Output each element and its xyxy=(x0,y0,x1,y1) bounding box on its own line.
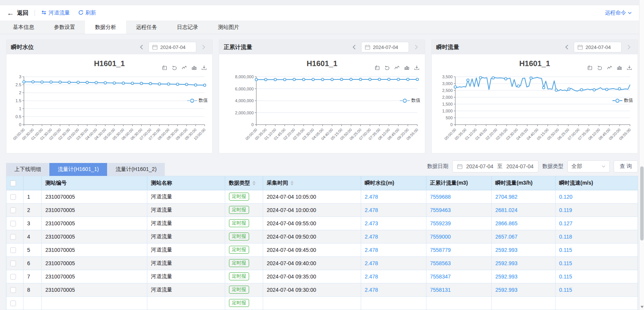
next-day-button[interactable] xyxy=(199,42,208,52)
download-icon[interactable] xyxy=(627,65,632,71)
page-scrollbar[interactable] xyxy=(639,0,644,310)
table-tab-2[interactable]: 流量计(H1601_2) xyxy=(107,163,165,176)
flow-speed-value[interactable] xyxy=(555,296,638,310)
line-chart-icon[interactable] xyxy=(182,65,187,71)
row-checkbox[interactable] xyxy=(10,234,16,240)
scrollbar-thumb[interactable] xyxy=(640,166,644,240)
flow-speed-value[interactable]: 0.115 xyxy=(555,270,638,283)
tab-2[interactable]: 数据分析 xyxy=(85,21,126,34)
table-tab-0[interactable]: 上下线明细 xyxy=(6,163,49,176)
bar-chart-icon[interactable] xyxy=(617,65,622,71)
row-index: 5 xyxy=(23,243,41,256)
instant-flow-value[interactable]: 2681.024 xyxy=(491,203,555,217)
water-level-value[interactable]: 2.478 xyxy=(361,203,426,217)
row-checkbox[interactable] xyxy=(10,207,16,213)
tab-1[interactable]: 参数设置 xyxy=(44,21,85,34)
back-button[interactable]: ← 返回 xyxy=(7,9,28,17)
date-picker[interactable]: 2024-07-04 xyxy=(361,42,409,52)
cumulative-flow-value[interactable]: 7558347 xyxy=(426,270,491,283)
cumulative-flow-value[interactable]: 7559463 xyxy=(426,203,491,217)
restore-icon[interactable] xyxy=(597,65,603,71)
flow-speed-value[interactable]: 0.120 xyxy=(555,190,638,203)
date-from-value: 2024-07-04 xyxy=(466,163,494,169)
row-checkbox[interactable] xyxy=(10,274,16,280)
sort-icon[interactable] xyxy=(290,181,294,185)
water-level-value[interactable]: 2.478 xyxy=(361,243,426,256)
data-type-select[interactable]: 全部 xyxy=(567,160,610,172)
bar-chart-icon[interactable] xyxy=(191,65,197,71)
instant-flow-value[interactable]: 2592.993 xyxy=(491,256,555,270)
flow-speed-value[interactable]: 0.119 xyxy=(555,203,638,217)
line-chart-icon[interactable] xyxy=(394,65,400,71)
query-button[interactable]: 查 询 xyxy=(614,160,638,172)
flow-speed-value[interactable]: 0.118 xyxy=(555,230,638,243)
prev-day-button[interactable] xyxy=(137,42,145,52)
cumulative-flow-value[interactable]: 7559239 xyxy=(426,217,491,230)
entity-link[interactable]: 河道流量 xyxy=(41,9,70,16)
water-level-value[interactable]: 2.478 xyxy=(361,256,426,270)
row-checkbox[interactable] xyxy=(10,221,16,226)
tab-3[interactable]: 远程任务 xyxy=(126,21,167,34)
cumulative-flow-value[interactable]: 7558563 xyxy=(426,256,491,270)
download-icon[interactable] xyxy=(414,65,420,71)
instant-flow-value[interactable]: 2592.993 xyxy=(491,283,555,296)
next-day-button[interactable] xyxy=(625,42,633,52)
flow-speed-value[interactable]: 0.115 xyxy=(555,243,638,256)
remote-command-dropdown[interactable]: 远程命令 xyxy=(605,9,637,16)
restore-icon[interactable] xyxy=(172,65,177,71)
tab-5[interactable]: 测站图片 xyxy=(208,21,249,34)
refresh-button[interactable]: 刷新 xyxy=(78,9,96,16)
restore-icon[interactable] xyxy=(384,65,390,71)
bar-chart-icon[interactable] xyxy=(404,65,410,71)
zoom-icon[interactable] xyxy=(587,65,593,71)
calendar-icon xyxy=(152,44,158,50)
flow-speed-value[interactable]: 0.115 xyxy=(555,283,638,296)
water-level-value[interactable]: 2.473 xyxy=(361,217,426,230)
row-checkbox[interactable] xyxy=(10,247,16,253)
water-level-value[interactable] xyxy=(361,296,426,310)
zoom-icon[interactable] xyxy=(162,65,167,71)
cumulative-flow-value[interactable]: 7558131 xyxy=(426,283,491,296)
row-index: 1 xyxy=(23,190,41,203)
row-checkbox[interactable] xyxy=(10,287,16,293)
row-checkbox[interactable] xyxy=(10,194,16,200)
instant-flow-value[interactable]: 2592.993 xyxy=(491,270,555,283)
water-level-value[interactable]: 2.478 xyxy=(361,270,426,283)
row-checkbox[interactable] xyxy=(10,301,16,306)
select-all-checkbox[interactable] xyxy=(10,180,16,186)
scrollbar-down-arrow-icon[interactable] xyxy=(641,306,644,308)
download-icon[interactable] xyxy=(201,65,207,71)
prev-day-button[interactable] xyxy=(562,42,571,52)
tab-0[interactable]: 基本信息 xyxy=(3,21,44,34)
instant-flow-value[interactable]: 2866.865 xyxy=(491,217,555,230)
tab-4[interactable]: 日志记录 xyxy=(167,21,208,34)
cumulative-flow-value[interactable]: 7559000 xyxy=(426,230,491,243)
date-picker[interactable]: 2024-07-04 xyxy=(574,42,622,52)
table-tab-1[interactable]: 流量计(H1601_1) xyxy=(49,163,107,176)
header-collect-time[interactable]: 采集时间 xyxy=(263,176,361,190)
cumulative-flow-value[interactable] xyxy=(426,296,491,310)
row-select-cell xyxy=(6,243,23,256)
flow-speed-value[interactable]: 0.115 xyxy=(555,256,638,270)
date-range-picker[interactable]: 2024-07-04 至 2024-07-04 xyxy=(452,160,538,172)
row-checkbox[interactable] xyxy=(10,261,16,266)
instant-flow-value[interactable] xyxy=(491,296,555,310)
flow-speed-value[interactable]: 0.127 xyxy=(555,217,638,230)
remote-command-label: 远程命令 xyxy=(605,9,626,16)
instant-flow-value[interactable]: 2592.993 xyxy=(491,243,555,256)
instant-flow-value[interactable]: 2704.982 xyxy=(491,190,555,203)
prev-day-button[interactable] xyxy=(350,42,358,52)
cumulative-flow-value[interactable]: 7558779 xyxy=(426,243,491,256)
header-data-type[interactable]: 数据类型 xyxy=(225,176,263,190)
line-chart-icon[interactable] xyxy=(607,65,612,71)
date-picker[interactable]: 2024-07-04 xyxy=(148,42,196,52)
water-level-value[interactable]: 2.478 xyxy=(361,283,426,296)
instant-flow-value[interactable]: 2657.067 xyxy=(491,230,555,243)
next-day-button[interactable] xyxy=(412,42,420,52)
sort-icon[interactable] xyxy=(253,181,256,185)
cumulative-flow-value[interactable]: 7559688 xyxy=(426,190,491,203)
water-level-value[interactable]: 2.478 xyxy=(361,190,426,203)
zoom-icon[interactable] xyxy=(374,65,380,71)
svg-text:4,000,000: 4,000,000 xyxy=(235,98,254,103)
water-level-value[interactable]: 2.478 xyxy=(361,230,426,243)
